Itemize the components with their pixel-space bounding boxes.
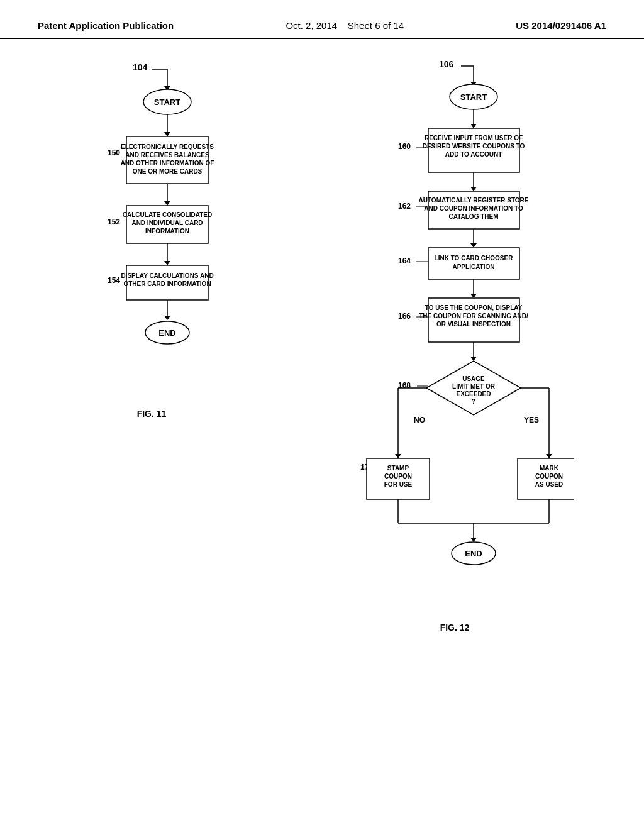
fig11-step150-4: ONE OR MORE CARDS [133, 168, 203, 175]
fig11-block: 104 START 150 ELECTRONICALLY REQUESTS AN… [70, 52, 233, 419]
fig11-step154-2: OTHER CARD INFORMATION [123, 280, 211, 287]
fig12-step170-3: FOR USE [384, 481, 413, 488]
fig11-ref152: 152 [108, 218, 120, 226]
fig12-ref166: 166 [398, 312, 411, 321]
fig12-step162-3: CATALOG THEM [448, 213, 498, 220]
fig12-ref160: 160 [398, 142, 411, 151]
header-date-sheet: Oct. 2, 2014 Sheet 6 of 14 [286, 19, 404, 32]
svg-marker-27 [470, 187, 477, 191]
fig12-step160-2: DESIRED WEBSITE COUPONS TO [423, 143, 525, 150]
page-header: Patent Application Publication Oct. 2, 2… [0, 0, 644, 39]
fig12-diamond-text3: EXCEEDED [456, 390, 491, 397]
svg-marker-12 [164, 261, 170, 265]
fig12-no-label: NO [414, 416, 425, 424]
fig12-step172-1: MARK [540, 465, 559, 472]
fig12-step164-1: LINK TO CARD CHOOSER [435, 255, 514, 262]
fig12-step170-2: COUPON [384, 473, 412, 480]
fig11-step152-2: AND INDIVIDUAL CARD [131, 219, 203, 226]
fig12-label: FIG. 12 [440, 622, 470, 633]
fig12-ref168: 168 [398, 381, 411, 390]
diagrams-container: 104 START 150 ELECTRONICALLY REQUESTS AN… [0, 45, 644, 639]
fig11-step150-2: AND RECEIVES BALANCES [125, 152, 209, 158]
fig12-step166-1: TO USE THE COUPON, DISPLAY [425, 304, 523, 311]
fig11-svg: 104 START 150 ELECTRONICALLY REQUESTS AN… [70, 52, 233, 404]
fig12-step170-1: STAMP [387, 465, 409, 472]
fig11-start: START [154, 97, 180, 107]
fig12-step164-2: APPLICATION [452, 263, 494, 270]
fig12-step166-2: THE COUPON FOR SCANNING AND/ [419, 313, 528, 319]
fig12-yes-label: YES [524, 416, 539, 424]
svg-marker-46 [546, 454, 552, 458]
svg-marker-16 [164, 316, 170, 320]
fig12-step166-3: OR VISUAL INSPECTION [436, 321, 511, 328]
fig12-step160-3: ADD TO ACCOUNT [445, 151, 502, 158]
fig11-ref150: 150 [108, 148, 120, 157]
header-patent-number: US 2014/0291406 A1 [516, 19, 606, 32]
header-publication: Patent Application Publication [38, 19, 174, 32]
fig12-diamond-text2: LIMIT MET OR [452, 383, 496, 390]
fig12-end: END [465, 549, 482, 558]
svg-marker-8 [164, 201, 170, 206]
fig12-start: START [460, 92, 487, 102]
svg-marker-23 [470, 124, 477, 128]
fig12-diamond-text4: ? [472, 398, 475, 405]
svg-marker-43 [395, 454, 401, 458]
fig12-svg: 106 START 160 RECEIVE INPUT FROM USER OF… [335, 52, 574, 617]
fig12-step162-2: AND COUPON INFORMATION TO [424, 205, 523, 212]
svg-marker-4 [164, 132, 170, 136]
fig11-step150-3: AND OTHER INFORMATION OF [121, 160, 214, 167]
svg-marker-39 [470, 357, 477, 361]
fig12-ref106: 106 [439, 59, 454, 69]
fig11-end: END [158, 328, 175, 338]
fig11-step154-1: DISPLAY CALCULATIONS AND [121, 272, 213, 279]
fig11-step152-3: INFORMATION [145, 228, 189, 235]
fig12-block: 106 START 160 RECEIVE INPUT FROM USER OF… [335, 52, 574, 633]
fig12-diamond-text1: USAGE [462, 375, 485, 382]
svg-marker-35 [470, 294, 477, 298]
fig11-ref104: 104 [133, 62, 148, 72]
fig12-ref162: 162 [398, 202, 411, 211]
fig11-step150-1: ELECTRONICALLY REQUESTS [121, 143, 214, 150]
svg-marker-31 [470, 243, 477, 248]
svg-marker-56 [470, 538, 477, 542]
fig11-step152-1: CALCULATE CONSOLIDATED [123, 211, 212, 218]
fig12-step160-1: RECEIVE INPUT FROM USER OF [425, 135, 523, 141]
fig12-ref164: 164 [398, 257, 411, 265]
fig11-ref154: 154 [108, 276, 120, 285]
fig11-label: FIG. 11 [137, 409, 167, 419]
fig12-step162-1: AUTOMATICALLY REGISTER STORE [418, 197, 528, 204]
fig12-step172-3: AS USED [535, 481, 563, 488]
fig12-step172-2: COUPON [535, 473, 563, 480]
